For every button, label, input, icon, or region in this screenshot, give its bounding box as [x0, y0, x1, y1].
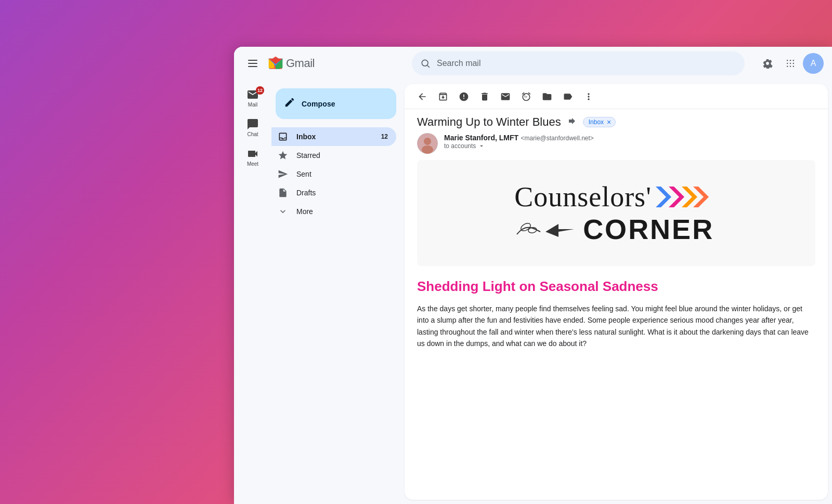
starred-label: Starred	[296, 151, 388, 160]
email-toolbar	[405, 84, 828, 109]
sender-to: to accounts	[444, 142, 815, 150]
inbox-label: Inbox	[296, 132, 373, 141]
sidebar-item-meet[interactable]: Meet	[237, 143, 268, 171]
sender-info: Marie Stanford, LMFT <marie@stanfordwell…	[444, 133, 815, 150]
forward-icon	[567, 116, 577, 128]
snooze-button[interactable]	[517, 87, 536, 106]
svg-point-18	[519, 222, 531, 232]
svg-point-4	[793, 60, 795, 61]
newsletter-bottom-row: CORNER	[514, 213, 714, 245]
email-pane: Warming Up to Winter Blues Inbox ×	[405, 84, 828, 500]
decorative-plant	[514, 219, 577, 240]
labels-button[interactable]	[558, 87, 577, 106]
newsletter-logo: Counselors'	[514, 181, 718, 245]
svg-point-3	[790, 60, 791, 61]
meet-icon-wrap	[242, 148, 263, 160]
delete-button[interactable]	[475, 87, 494, 106]
article-heading: Shedding Light on Seasonal Sadness	[417, 278, 815, 295]
more-label: More	[296, 207, 388, 216]
svg-point-12	[424, 138, 431, 145]
more-actions-button[interactable]	[579, 87, 598, 106]
chevrons-graphic	[656, 184, 718, 210]
nav-item-drafts[interactable]: Drafts	[271, 183, 396, 202]
inbox-count: 12	[381, 133, 388, 140]
search-placeholder: Search mail	[437, 59, 736, 68]
settings-button[interactable]	[757, 53, 778, 74]
svg-marker-14	[656, 187, 671, 207]
draft-icon	[278, 188, 288, 198]
menu-line-1	[248, 60, 257, 61]
meet-icon	[246, 148, 259, 160]
menu-line-2	[248, 63, 257, 64]
svg-point-2	[787, 60, 788, 61]
inbox-badge-close[interactable]: ×	[607, 118, 611, 126]
svg-point-10	[793, 66, 795, 67]
sidebar-item-mail[interactable]: 12 Mail	[237, 84, 268, 112]
email-sender: Marie Stanford, LMFT <marie@stanfordwell…	[405, 133, 828, 160]
avatar-image	[417, 133, 438, 154]
icon-sidebar: 12 Mail Chat Meet	[234, 80, 271, 504]
mark-unread-button[interactable]	[496, 87, 515, 106]
compose-icon	[284, 97, 295, 111]
user-avatar[interactable]: A	[803, 53, 824, 74]
svg-point-5	[787, 63, 788, 64]
star-icon	[278, 150, 288, 161]
apps-button[interactable]	[780, 53, 801, 74]
newsletter-top-row: Counselors'	[514, 181, 718, 213]
inbox-icon	[278, 131, 288, 142]
chat-icon-wrap	[242, 118, 263, 130]
menu-line-3	[248, 66, 257, 67]
email-subject-bar: Warming Up to Winter Blues Inbox ×	[405, 109, 828, 133]
main-content: 12 Mail Chat Meet	[234, 80, 832, 504]
expand-more-icon	[278, 206, 288, 217]
chat-icon	[246, 118, 259, 130]
gmail-window: Gmail Search mail	[234, 47, 832, 504]
svg-point-13	[422, 145, 433, 154]
chat-label: Chat	[247, 131, 258, 137]
drafts-label: Drafts	[296, 189, 388, 197]
header: Gmail Search mail	[234, 47, 832, 80]
meet-label: Meet	[247, 161, 258, 167]
newsletter-counselors: Counselors'	[514, 181, 652, 213]
article-body: As the days get shorter, many people fin…	[417, 303, 815, 350]
sender-email: <marie@stanfordwell.net>	[521, 135, 594, 142]
sender-avatar	[417, 133, 438, 154]
compose-button[interactable]: Compose	[276, 88, 396, 119]
mail-label: Mail	[248, 102, 257, 108]
nav-item-sent[interactable]: Sent	[271, 165, 396, 183]
newsletter-corner: CORNER	[583, 213, 714, 245]
email-subject: Warming Up to Winter Blues	[417, 115, 561, 129]
mail-icon-wrap: 12	[242, 88, 263, 101]
move-button[interactable]	[538, 87, 556, 106]
sent-label: Sent	[296, 170, 388, 178]
svg-point-7	[793, 63, 795, 64]
svg-point-9	[790, 66, 791, 67]
chevron-down-icon	[478, 142, 485, 150]
back-button[interactable]	[413, 87, 432, 106]
email-body[interactable]: Counselors'	[405, 160, 828, 500]
sidebar-item-chat[interactable]: Chat	[237, 114, 268, 141]
svg-point-6	[790, 63, 791, 64]
gmail-m-svg	[267, 55, 284, 72]
nav-item-more[interactable]: More	[271, 202, 396, 221]
send-icon	[278, 169, 288, 179]
nav-item-starred[interactable]: Starred	[271, 146, 396, 165]
header-right: A	[757, 53, 824, 74]
sender-name: Marie Stanford, LMFT	[444, 134, 518, 142]
compose-label: Compose	[302, 100, 335, 108]
spam-button[interactable]	[454, 87, 473, 106]
search-icon	[420, 58, 431, 69]
svg-point-8	[787, 66, 788, 67]
search-bar[interactable]: Search mail	[412, 51, 745, 75]
inbox-badge-label: Inbox	[589, 118, 604, 126]
mail-badge: 12	[256, 86, 264, 95]
nav-item-inbox[interactable]: Inbox 12	[271, 127, 396, 146]
menu-button[interactable]	[242, 53, 263, 74]
archive-button[interactable]	[434, 87, 452, 106]
newsletter-header: Counselors'	[417, 160, 815, 266]
gmail-logo[interactable]: Gmail	[267, 55, 315, 72]
gmail-label: Gmail	[286, 57, 315, 70]
nav-sidebar: Compose Inbox 12 Starred	[271, 80, 405, 504]
header-left: Gmail	[242, 53, 404, 74]
inbox-badge: Inbox ×	[583, 117, 616, 127]
